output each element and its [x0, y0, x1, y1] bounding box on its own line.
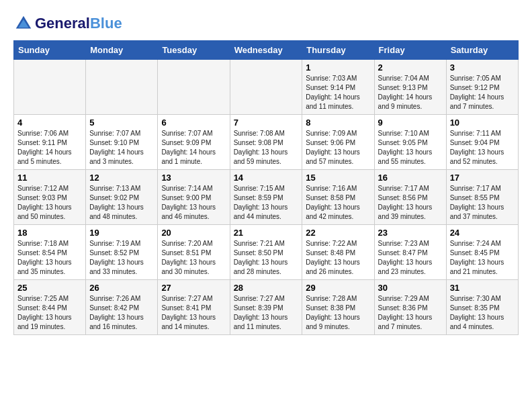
weekday-header-row: SundayMondayTuesdayWednesdayThursdayFrid…	[14, 41, 519, 60]
calendar-day-cell: 28Sunrise: 7:27 AM Sunset: 8:39 PM Dayli…	[230, 280, 302, 335]
day-number: 11	[17, 173, 82, 183]
day-info: Sunrise: 7:05 AM Sunset: 9:12 PM Dayligh…	[450, 74, 515, 111]
calendar-day-cell: 18Sunrise: 7:18 AM Sunset: 8:54 PM Dayli…	[14, 225, 86, 280]
day-info: Sunrise: 7:03 AM Sunset: 9:14 PM Dayligh…	[306, 74, 370, 111]
day-info: Sunrise: 7:13 AM Sunset: 9:02 PM Dayligh…	[89, 184, 154, 222]
calendar-day-cell: 23Sunrise: 7:23 AM Sunset: 8:47 PM Dayli…	[374, 225, 446, 280]
day-number: 30	[378, 283, 443, 293]
calendar-day-cell: 19Sunrise: 7:19 AM Sunset: 8:52 PM Dayli…	[86, 225, 158, 280]
calendar-day-cell: 2Sunrise: 7:04 AM Sunset: 9:13 PM Daylig…	[374, 60, 446, 115]
day-number: 24	[450, 228, 515, 238]
day-number: 21	[234, 228, 299, 238]
calendar-day-cell: 26Sunrise: 7:26 AM Sunset: 8:42 PM Dayli…	[86, 280, 158, 335]
day-info: Sunrise: 7:12 AM Sunset: 9:03 PM Dayligh…	[17, 184, 82, 222]
day-info: Sunrise: 7:07 AM Sunset: 9:09 PM Dayligh…	[161, 129, 226, 167]
calendar-day-cell: 27Sunrise: 7:27 AM Sunset: 8:41 PM Dayli…	[158, 280, 230, 335]
day-info: Sunrise: 7:14 AM Sunset: 9:00 PM Dayligh…	[161, 184, 226, 222]
calendar-week-row: 25Sunrise: 7:25 AM Sunset: 8:44 PM Dayli…	[14, 280, 519, 335]
calendar-day-cell: 1Sunrise: 7:03 AM Sunset: 9:14 PM Daylig…	[302, 60, 374, 115]
day-number: 27	[161, 283, 226, 293]
day-info: Sunrise: 7:18 AM Sunset: 8:54 PM Dayligh…	[17, 239, 82, 277]
calendar-day-cell: 20Sunrise: 7:20 AM Sunset: 8:51 PM Dayli…	[158, 225, 230, 280]
day-number: 5	[89, 118, 154, 128]
page-header: GeneralBlue	[13, 13, 519, 34]
calendar-table: SundayMondayTuesdayWednesdayThursdayFrid…	[13, 40, 519, 335]
day-info: Sunrise: 7:27 AM Sunset: 8:39 PM Dayligh…	[234, 294, 299, 332]
calendar-week-row: 4Sunrise: 7:06 AM Sunset: 9:11 PM Daylig…	[14, 115, 519, 170]
day-number: 23	[378, 228, 443, 238]
day-info: Sunrise: 7:24 AM Sunset: 8:45 PM Dayligh…	[450, 239, 515, 277]
calendar-day-cell: 3Sunrise: 7:05 AM Sunset: 9:12 PM Daylig…	[446, 60, 518, 115]
day-info: Sunrise: 7:15 AM Sunset: 8:59 PM Dayligh…	[234, 184, 299, 222]
weekday-header-tuesday: Tuesday	[158, 41, 230, 60]
day-number: 15	[306, 173, 370, 183]
calendar-day-cell: 11Sunrise: 7:12 AM Sunset: 9:03 PM Dayli…	[14, 170, 86, 225]
calendar-day-cell: 30Sunrise: 7:29 AM Sunset: 8:36 PM Dayli…	[374, 280, 446, 335]
day-number: 12	[89, 173, 154, 183]
day-info: Sunrise: 7:17 AM Sunset: 8:55 PM Dayligh…	[450, 184, 515, 222]
day-number: 7	[234, 118, 299, 128]
day-info: Sunrise: 7:27 AM Sunset: 8:41 PM Dayligh…	[161, 294, 226, 332]
day-info: Sunrise: 7:20 AM Sunset: 8:51 PM Dayligh…	[161, 239, 226, 277]
day-number: 4	[17, 118, 82, 128]
day-number: 13	[161, 173, 226, 183]
calendar-day-cell: 29Sunrise: 7:28 AM Sunset: 8:38 PM Dayli…	[302, 280, 374, 335]
calendar-week-row: 1Sunrise: 7:03 AM Sunset: 9:14 PM Daylig…	[14, 60, 519, 115]
calendar-day-cell: 31Sunrise: 7:30 AM Sunset: 8:35 PM Dayli…	[446, 280, 518, 335]
day-number: 17	[450, 173, 515, 183]
day-info: Sunrise: 7:17 AM Sunset: 8:56 PM Dayligh…	[378, 184, 443, 222]
calendar-day-cell: 25Sunrise: 7:25 AM Sunset: 8:44 PM Dayli…	[14, 280, 86, 335]
day-number: 3	[450, 62, 515, 73]
calendar-day-cell: 6Sunrise: 7:07 AM Sunset: 9:09 PM Daylig…	[158, 115, 230, 170]
day-number: 18	[17, 228, 82, 238]
day-info: Sunrise: 7:25 AM Sunset: 8:44 PM Dayligh…	[17, 294, 82, 332]
weekday-header-friday: Friday	[374, 41, 446, 60]
day-number: 22	[306, 228, 370, 238]
logo-icon	[13, 13, 34, 34]
empty-cell	[158, 60, 230, 115]
calendar-day-cell: 8Sunrise: 7:09 AM Sunset: 9:06 PM Daylig…	[302, 115, 374, 170]
day-number: 19	[89, 228, 154, 238]
calendar-day-cell: 22Sunrise: 7:22 AM Sunset: 8:48 PM Dayli…	[302, 225, 374, 280]
day-info: Sunrise: 7:07 AM Sunset: 9:10 PM Dayligh…	[89, 129, 154, 167]
day-info: Sunrise: 7:09 AM Sunset: 9:06 PM Dayligh…	[306, 129, 370, 167]
day-info: Sunrise: 7:04 AM Sunset: 9:13 PM Dayligh…	[378, 74, 443, 111]
day-info: Sunrise: 7:22 AM Sunset: 8:48 PM Dayligh…	[306, 239, 370, 277]
empty-cell	[14, 60, 86, 115]
day-number: 29	[306, 283, 370, 293]
logo-text: GeneralBlue	[35, 15, 122, 32]
calendar-day-cell: 17Sunrise: 7:17 AM Sunset: 8:55 PM Dayli…	[446, 170, 518, 225]
weekday-header-sunday: Sunday	[14, 41, 86, 60]
calendar-day-cell: 5Sunrise: 7:07 AM Sunset: 9:10 PM Daylig…	[86, 115, 158, 170]
weekday-header-wednesday: Wednesday	[230, 41, 302, 60]
day-info: Sunrise: 7:28 AM Sunset: 8:38 PM Dayligh…	[306, 294, 370, 332]
calendar-day-cell: 24Sunrise: 7:24 AM Sunset: 8:45 PM Dayli…	[446, 225, 518, 280]
day-number: 20	[161, 228, 226, 238]
calendar-day-cell: 7Sunrise: 7:08 AM Sunset: 9:08 PM Daylig…	[230, 115, 302, 170]
day-info: Sunrise: 7:21 AM Sunset: 8:50 PM Dayligh…	[234, 239, 299, 277]
day-info: Sunrise: 7:23 AM Sunset: 8:47 PM Dayligh…	[378, 239, 443, 277]
day-info: Sunrise: 7:06 AM Sunset: 9:11 PM Dayligh…	[17, 129, 82, 167]
day-number: 8	[306, 118, 370, 128]
day-number: 31	[450, 283, 515, 293]
day-number: 2	[378, 62, 443, 73]
calendar-day-cell: 21Sunrise: 7:21 AM Sunset: 8:50 PM Dayli…	[230, 225, 302, 280]
day-number: 25	[17, 283, 82, 293]
day-number: 9	[378, 118, 443, 128]
weekday-header-saturday: Saturday	[446, 41, 518, 60]
day-number: 16	[378, 173, 443, 183]
day-number: 6	[161, 118, 226, 128]
day-number: 28	[234, 283, 299, 293]
day-number: 10	[450, 118, 515, 128]
weekday-header-monday: Monday	[86, 41, 158, 60]
day-info: Sunrise: 7:26 AM Sunset: 8:42 PM Dayligh…	[89, 294, 154, 332]
weekday-header-thursday: Thursday	[302, 41, 374, 60]
day-info: Sunrise: 7:08 AM Sunset: 9:08 PM Dayligh…	[234, 129, 299, 167]
day-number: 26	[89, 283, 154, 293]
calendar-day-cell: 12Sunrise: 7:13 AM Sunset: 9:02 PM Dayli…	[86, 170, 158, 225]
day-number: 1	[306, 62, 370, 73]
calendar-day-cell: 14Sunrise: 7:15 AM Sunset: 8:59 PM Dayli…	[230, 170, 302, 225]
calendar-day-cell: 15Sunrise: 7:16 AM Sunset: 8:58 PM Dayli…	[302, 170, 374, 225]
day-info: Sunrise: 7:29 AM Sunset: 8:36 PM Dayligh…	[378, 294, 443, 332]
day-info: Sunrise: 7:19 AM Sunset: 8:52 PM Dayligh…	[89, 239, 154, 277]
